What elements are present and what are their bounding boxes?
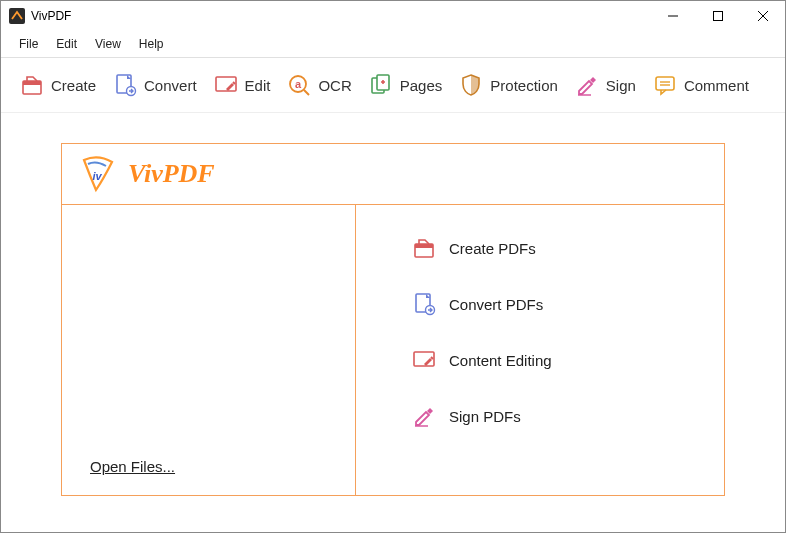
welcome-panel: iv VivPDF Open Files... Create PDFs — [61, 143, 725, 496]
menu-help[interactable]: Help — [131, 35, 172, 53]
convert-button[interactable]: Convert — [110, 68, 199, 102]
close-button[interactable] — [740, 1, 785, 31]
comment-icon — [652, 72, 678, 98]
svg-rect-2 — [713, 12, 722, 21]
action-convert-label: Convert PDFs — [449, 296, 543, 313]
sign-label: Sign — [606, 77, 636, 94]
svg-rect-6 — [23, 81, 41, 85]
action-sign-pdfs[interactable]: Sign PDFs — [411, 403, 704, 429]
quick-actions-panel: Create PDFs Convert PDFs Content Editing — [356, 205, 724, 495]
edit-icon — [411, 347, 437, 373]
logo-text: VivPDF — [128, 159, 215, 189]
convert-label: Convert — [144, 77, 197, 94]
shield-icon — [458, 72, 484, 98]
svg-rect-16 — [656, 77, 674, 90]
edit-icon — [213, 72, 239, 98]
comment-button[interactable]: Comment — [650, 68, 751, 102]
edit-button[interactable]: Edit — [211, 68, 273, 102]
svg-rect-0 — [9, 8, 25, 24]
window-title: VivPDF — [31, 9, 650, 23]
ocr-button[interactable]: a OCR — [284, 68, 353, 102]
pages-button[interactable]: Pages — [366, 68, 445, 102]
convert-icon — [411, 291, 437, 317]
pages-icon — [368, 72, 394, 98]
content-area: iv VivPDF Open Files... Create PDFs — [1, 113, 785, 526]
action-edit-label: Content Editing — [449, 352, 552, 369]
sign-icon — [411, 403, 437, 429]
svg-text:iv: iv — [92, 170, 102, 182]
open-files-link[interactable]: Open Files... — [90, 458, 175, 475]
sign-icon — [574, 72, 600, 98]
menu-edit[interactable]: Edit — [48, 35, 85, 53]
menu-view[interactable]: View — [87, 35, 129, 53]
edit-label: Edit — [245, 77, 271, 94]
comment-label: Comment — [684, 77, 749, 94]
action-content-editing[interactable]: Content Editing — [411, 347, 704, 373]
create-icon — [411, 235, 437, 261]
action-create-pdfs[interactable]: Create PDFs — [411, 235, 704, 261]
create-button[interactable]: Create — [17, 68, 98, 102]
create-icon — [19, 72, 45, 98]
action-create-label: Create PDFs — [449, 240, 536, 257]
titlebar: VivPDF — [1, 1, 785, 31]
ocr-icon: a — [286, 72, 312, 98]
svg-rect-21 — [415, 244, 433, 248]
pages-label: Pages — [400, 77, 443, 94]
action-sign-label: Sign PDFs — [449, 408, 521, 425]
logo-icon: iv — [76, 152, 120, 196]
recent-files-panel: Open Files... — [62, 205, 356, 495]
menubar: File Edit View Help — [1, 31, 785, 58]
protection-button[interactable]: Protection — [456, 68, 560, 102]
window-controls — [650, 1, 785, 31]
welcome-columns: Open Files... Create PDFs Convert PDFs — [62, 205, 724, 495]
svg-line-12 — [304, 90, 309, 95]
svg-text:a: a — [295, 78, 302, 90]
protection-label: Protection — [490, 77, 558, 94]
menu-file[interactable]: File — [11, 35, 46, 53]
toolbar: Create Convert Edit a OCR Pages Protecti… — [1, 58, 785, 113]
ocr-label: OCR — [318, 77, 351, 94]
action-convert-pdfs[interactable]: Convert PDFs — [411, 291, 704, 317]
minimize-button[interactable] — [650, 1, 695, 31]
app-icon — [9, 8, 25, 24]
convert-icon — [112, 72, 138, 98]
logo-row: iv VivPDF — [62, 144, 724, 205]
sign-button[interactable]: Sign — [572, 68, 638, 102]
create-label: Create — [51, 77, 96, 94]
maximize-button[interactable] — [695, 1, 740, 31]
